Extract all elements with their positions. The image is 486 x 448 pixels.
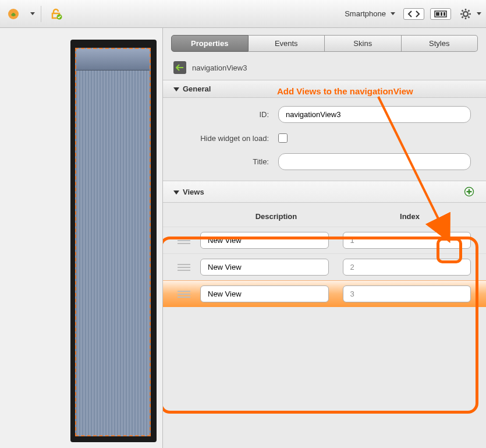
inspector-tabs: Properties Events Skins Styles — [171, 35, 478, 52]
app-menu-icon[interactable] — [5, 5, 22, 23]
title-label: Title: — [173, 157, 278, 166]
widget-icon — [173, 61, 186, 74]
device-picker[interactable]: Smartphone — [342, 9, 398, 18]
collapse-icon — [173, 87, 179, 91]
add-view-button[interactable] — [463, 185, 476, 198]
hide-checkbox[interactable] — [278, 133, 288, 143]
annotation-highlight-area — [163, 237, 478, 414]
svg-line-13 — [468, 10, 469, 11]
general-form: ID: Hide widget on load: Title: — [163, 98, 486, 181]
device-screen[interactable] — [75, 48, 151, 436]
tab-events[interactable]: Events — [249, 35, 325, 52]
svg-line-11 — [462, 10, 463, 11]
inspector-panel: Properties Events Skins Styles navigatio… — [163, 28, 486, 448]
toolbar: Smartphone — [0, 0, 486, 28]
device-frame — [70, 40, 157, 442]
collapse-icon — [173, 191, 179, 195]
svg-point-6 — [463, 12, 468, 16]
code-view-button[interactable] — [403, 8, 424, 20]
canvas-area — [0, 28, 163, 448]
hide-label: Hide widget on load: — [173, 134, 278, 143]
col-description: Description — [215, 212, 337, 221]
app-menu-caret-icon[interactable] — [30, 12, 35, 15]
separator — [41, 6, 41, 22]
svg-line-14 — [462, 16, 463, 17]
id-label: ID: — [173, 110, 278, 119]
object-header: navigationView3 — [163, 52, 486, 80]
tab-styles[interactable]: Styles — [402, 35, 478, 52]
svg-rect-3 — [436, 12, 439, 16]
title-field[interactable] — [278, 153, 471, 170]
tab-properties[interactable]: Properties — [171, 35, 249, 52]
col-index: Index — [349, 212, 471, 221]
device-label: Smartphone — [345, 9, 386, 18]
tab-skins[interactable]: Skins — [325, 35, 402, 52]
layout-view-button[interactable] — [430, 8, 451, 20]
id-field[interactable] — [278, 106, 471, 123]
section-views-header[interactable]: Views — [163, 181, 486, 203]
section-general-header[interactable]: General — [163, 80, 486, 98]
gear-menu-caret-icon[interactable] — [477, 12, 481, 15]
svg-line-12 — [468, 16, 469, 17]
svg-rect-4 — [441, 12, 442, 16]
object-name: navigationView3 — [192, 64, 247, 72]
svg-rect-5 — [444, 12, 445, 16]
section-title: Views — [183, 188, 204, 196]
unlock-icon[interactable] — [47, 5, 65, 23]
gear-icon[interactable] — [457, 5, 474, 23]
chevron-down-icon — [391, 12, 395, 15]
section-title: General — [183, 84, 211, 93]
